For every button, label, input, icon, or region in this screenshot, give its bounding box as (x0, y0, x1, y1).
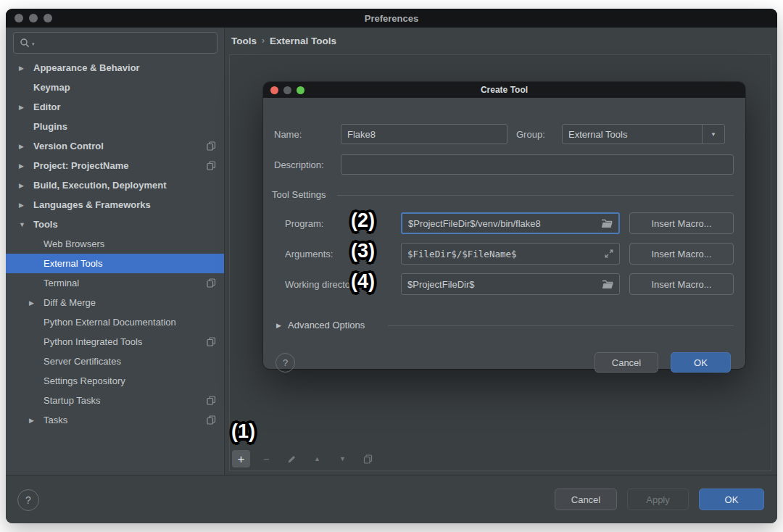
description-input[interactable] (341, 154, 734, 175)
advanced-options-toggle[interactable]: ▶ Advanced Options (263, 320, 745, 331)
dialog-traffic-lights (270, 86, 304, 94)
insert-macro-button-arguments[interactable]: Insert Macro... (629, 243, 734, 265)
copy-icon (363, 454, 373, 464)
sidebar-item-startup-tasks[interactable]: Startup Tasks (6, 391, 224, 410)
annotation-step-4: (4) (351, 272, 375, 291)
chevron-right-icon: ▶ (19, 65, 33, 72)
sidebar-item-python-integrated-tools[interactable]: Python Integrated Tools (6, 332, 224, 352)
close-window-button[interactable] (14, 14, 23, 22)
dialog-help-button[interactable]: ? (276, 353, 295, 373)
sidebar-item-tasks[interactable]: ▶Tasks (6, 410, 224, 430)
dialog-ok-button[interactable]: OK (671, 352, 731, 373)
expand-editor-button[interactable] (605, 249, 613, 258)
project-settings-icon (207, 161, 216, 170)
help-button[interactable]: ? (17, 489, 39, 511)
folder-icon (601, 219, 613, 228)
dialog-body: Name: Flake8 Group: External Tools ▼ Des… (263, 98, 745, 369)
description-label: Description: (274, 159, 324, 170)
sidebar-item-plugins[interactable]: Plugins (6, 117, 224, 136)
sidebar-item-diff-merge[interactable]: ▶Diff & Merge (6, 293, 224, 312)
sidebar-item-external-tools[interactable]: External Tools (6, 254, 224, 273)
breadcrumb: Tools › External Tools (231, 31, 336, 50)
project-settings-icon (207, 337, 216, 346)
minus-icon: − (263, 454, 270, 465)
expand-icon (605, 249, 613, 258)
chevron-right-icon: ▶ (19, 182, 33, 189)
settings-tree: ▶Appearance & Behavior Keymap ▶Editor Pl… (6, 58, 224, 430)
minimize-window-button[interactable] (29, 14, 38, 22)
sidebar-item-terminal[interactable]: Terminal (6, 273, 224, 293)
sidebar-item-editor[interactable]: ▶Editor (6, 97, 224, 117)
search-icon (20, 38, 30, 48)
sidebar-item-build-execution-deployment[interactable]: ▶Build, Execution, Deployment (6, 175, 224, 195)
dialog-close-button[interactable] (270, 86, 278, 94)
tool-settings-section-header: Tool Settings (263, 189, 745, 201)
chevron-right-icon: ▶ (29, 417, 44, 424)
annotation-step-3: (3) (351, 241, 375, 261)
insert-macro-button-working-directory[interactable]: Insert Macro... (629, 273, 734, 295)
chevron-right-icon: ▶ (276, 322, 281, 329)
project-settings-icon (207, 415, 216, 425)
down-arrow-icon: ▼ (339, 456, 346, 462)
sidebar-item-languages-frameworks[interactable]: ▶Languages & Frameworks (6, 195, 224, 215)
up-arrow-icon: ▲ (314, 456, 320, 462)
edit-tool-button[interactable] (283, 450, 301, 467)
preferences-window: Preferences ▾ ▶Appearance & Behavior Key… (6, 9, 777, 523)
ok-button[interactable]: OK (699, 489, 764, 510)
section-divider (388, 325, 734, 326)
sidebar-item-python-external-documentation[interactable]: Python External Documentation (6, 312, 224, 332)
annotation-step-1: (1) (231, 422, 255, 441)
folder-icon (602, 280, 613, 289)
working-directory-label: Working directory: (285, 279, 350, 290)
sidebar-item-settings-repository[interactable]: Settings Repository (6, 371, 224, 391)
list-toolbar: + − ▲ ▼ (232, 449, 377, 469)
move-down-button[interactable]: ▼ (334, 450, 352, 467)
group-combobox[interactable]: External Tools ▼ (562, 124, 725, 144)
add-tool-button[interactable]: + (232, 450, 250, 467)
copy-tool-button[interactable] (359, 450, 377, 467)
cancel-button[interactable]: Cancel (555, 489, 617, 510)
group-label: Group: (516, 129, 545, 140)
working-directory-input[interactable]: $ProjectFileDir$ (401, 273, 620, 295)
search-input[interactable] (37, 37, 211, 49)
apply-button[interactable]: Apply (627, 489, 689, 510)
project-settings-icon (207, 141, 216, 151)
browse-folder-button[interactable] (601, 219, 613, 228)
breadcrumb-tools[interactable]: Tools (231, 36, 257, 46)
project-settings-icon (207, 278, 216, 288)
sidebar-item-project-projectname[interactable]: ▶Project: ProjectName (6, 156, 224, 175)
insert-macro-button-program[interactable]: Insert Macro... (629, 212, 734, 234)
program-input[interactable]: $ProjectFileDir$/venv/bin/flake8 (401, 212, 620, 234)
sidebar-item-tools[interactable]: ▼Tools (6, 215, 224, 234)
footer-buttons: Cancel Apply OK (555, 489, 764, 510)
search-options-caret-icon: ▾ (32, 41, 35, 47)
annotation-step-2: (2) (351, 211, 375, 230)
dropdown-arrow-icon[interactable]: ▼ (702, 125, 724, 144)
window-titlebar: Preferences (6, 9, 777, 28)
breadcrumb-external-tools[interactable]: External Tools (270, 36, 336, 46)
settings-search-box[interactable]: ▾ (13, 32, 218, 54)
plus-icon: + (238, 453, 245, 465)
browse-folder-button[interactable] (602, 280, 613, 289)
dialog-titlebar: Create Tool (263, 82, 745, 98)
pencil-icon (287, 454, 297, 464)
arguments-input[interactable]: $FileDir$/$FileName$ (401, 243, 620, 265)
remove-tool-button[interactable]: − (257, 450, 276, 467)
name-input[interactable]: Flake8 (341, 124, 508, 144)
chevron-right-icon: ▶ (29, 299, 44, 307)
sidebar-item-keymap[interactable]: Keymap (6, 78, 224, 97)
chevron-right-icon: ▶ (19, 104, 33, 111)
window-title: Preferences (6, 13, 777, 24)
dialog-minimize-button[interactable] (283, 86, 291, 94)
chevron-down-icon: ▼ (19, 221, 33, 228)
move-up-button[interactable]: ▲ (308, 450, 326, 467)
sidebar-item-version-control[interactable]: ▶Version Control (6, 136, 224, 156)
dialog-zoom-button[interactable] (297, 86, 304, 94)
zoom-window-button[interactable] (44, 14, 52, 22)
sidebar-item-server-certificates[interactable]: Server Certificates (6, 352, 224, 371)
dialog-cancel-button[interactable]: Cancel (594, 352, 658, 373)
traffic-lights (14, 14, 52, 22)
sidebar-item-web-browsers[interactable]: Web Browsers (6, 234, 224, 254)
chevron-right-icon: ▶ (19, 201, 33, 209)
sidebar-item-appearance-behavior[interactable]: ▶Appearance & Behavior (6, 58, 224, 78)
